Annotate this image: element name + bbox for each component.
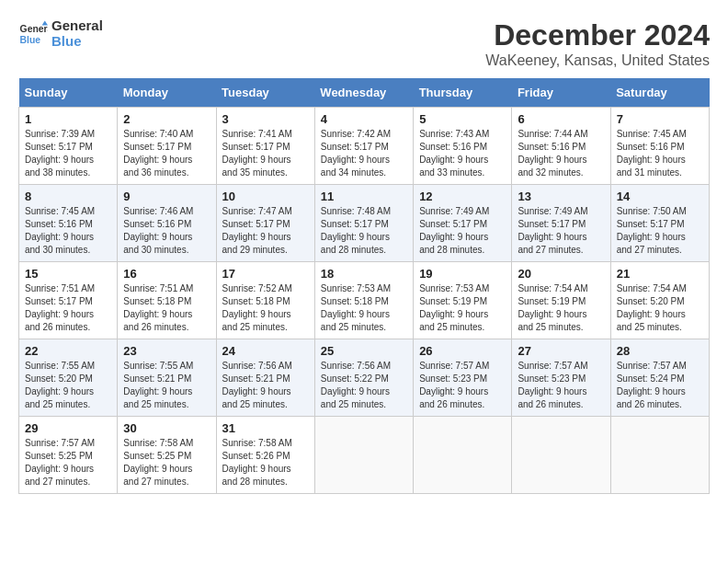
day-number: 15 bbox=[25, 267, 111, 281]
day-info: Sunrise: 7:48 AMSunset: 5:17 PMDaylight:… bbox=[321, 205, 407, 257]
table-row bbox=[512, 417, 610, 494]
table-row: 16 Sunrise: 7:51 AMSunset: 5:18 PMDaylig… bbox=[118, 262, 216, 339]
table-row: 22 Sunrise: 7:55 AMSunset: 5:20 PMDaylig… bbox=[19, 339, 118, 417]
day-number: 14 bbox=[617, 190, 703, 203]
table-row: 27 Sunrise: 7:57 AMSunset: 5:23 PMDaylig… bbox=[512, 339, 610, 417]
day-info: Sunrise: 7:55 AMSunset: 5:20 PMDaylight:… bbox=[25, 360, 111, 411]
table-row: 29 Sunrise: 7:57 AMSunset: 5:25 PMDaylig… bbox=[19, 417, 118, 494]
col-thursday: Thursday bbox=[414, 78, 512, 108]
table-row: 14 Sunrise: 7:50 AMSunset: 5:17 PMDaylig… bbox=[610, 185, 709, 262]
day-number: 24 bbox=[222, 344, 309, 358]
col-saturday: Saturday bbox=[610, 78, 709, 108]
logo-line2: Blue bbox=[51, 34, 103, 50]
day-info: Sunrise: 7:53 AMSunset: 5:18 PMDaylight:… bbox=[321, 282, 407, 334]
day-number: 7 bbox=[617, 112, 703, 126]
svg-text:General: General bbox=[20, 24, 48, 34]
day-number: 5 bbox=[419, 112, 506, 126]
day-number: 28 bbox=[617, 344, 703, 358]
day-info: Sunrise: 7:54 AMSunset: 5:20 PMDaylight:… bbox=[617, 282, 703, 334]
table-row: 11 Sunrise: 7:48 AMSunset: 5:17 PMDaylig… bbox=[314, 185, 413, 262]
day-info: Sunrise: 7:47 AMSunset: 5:17 PMDaylight:… bbox=[222, 205, 309, 257]
table-row: 9 Sunrise: 7:46 AMSunset: 5:16 PMDayligh… bbox=[118, 185, 216, 262]
month-title: December 2024 bbox=[485, 18, 710, 52]
table-row: 17 Sunrise: 7:52 AMSunset: 5:18 PMDaylig… bbox=[216, 262, 314, 339]
day-number: 12 bbox=[419, 190, 506, 203]
day-number: 27 bbox=[518, 344, 604, 358]
day-info: Sunrise: 7:53 AMSunset: 5:19 PMDaylight:… bbox=[419, 282, 506, 334]
day-info: Sunrise: 7:46 AMSunset: 5:16 PMDaylight:… bbox=[123, 205, 210, 257]
col-tuesday: Tuesday bbox=[216, 78, 314, 108]
day-info: Sunrise: 7:51 AMSunset: 5:17 PMDaylight:… bbox=[25, 282, 111, 334]
table-row: 19 Sunrise: 7:53 AMSunset: 5:19 PMDaylig… bbox=[414, 262, 512, 339]
svg-text:Blue: Blue bbox=[20, 34, 41, 44]
logo-line1: General bbox=[51, 18, 103, 34]
day-info: Sunrise: 7:41 AMSunset: 5:17 PMDaylight:… bbox=[222, 128, 309, 179]
table-row: 20 Sunrise: 7:54 AMSunset: 5:19 PMDaylig… bbox=[512, 262, 610, 339]
day-info: Sunrise: 7:49 AMSunset: 5:17 PMDaylight:… bbox=[419, 205, 506, 257]
day-number: 17 bbox=[222, 267, 309, 281]
table-row: 13 Sunrise: 7:49 AMSunset: 5:17 PMDaylig… bbox=[512, 185, 610, 262]
day-number: 30 bbox=[123, 421, 210, 435]
table-row: 8 Sunrise: 7:45 AMSunset: 5:16 PMDayligh… bbox=[19, 185, 118, 262]
day-info: Sunrise: 7:56 AMSunset: 5:21 PMDaylight:… bbox=[222, 360, 309, 411]
day-info: Sunrise: 7:40 AMSunset: 5:17 PMDaylight:… bbox=[123, 128, 210, 179]
table-row: 6 Sunrise: 7:44 AMSunset: 5:16 PMDayligh… bbox=[512, 108, 610, 185]
table-row: 1 Sunrise: 7:39 AMSunset: 5:17 PMDayligh… bbox=[19, 108, 118, 185]
day-number: 31 bbox=[222, 421, 309, 435]
day-number: 16 bbox=[123, 267, 210, 281]
day-number: 25 bbox=[321, 344, 407, 358]
calendar-table: Sunday Monday Tuesday Wednesday Thursday… bbox=[18, 78, 710, 494]
day-info: Sunrise: 7:45 AMSunset: 5:16 PMDaylight:… bbox=[617, 128, 703, 179]
location-subtitle: WaKeeney, Kansas, United States bbox=[485, 52, 710, 69]
table-row: 4 Sunrise: 7:42 AMSunset: 5:17 PMDayligh… bbox=[314, 108, 413, 185]
day-number: 26 bbox=[419, 344, 506, 358]
table-row bbox=[414, 417, 512, 494]
day-info: Sunrise: 7:49 AMSunset: 5:17 PMDaylight:… bbox=[518, 205, 604, 257]
table-row: 30 Sunrise: 7:58 AMSunset: 5:25 PMDaylig… bbox=[118, 417, 216, 494]
table-row: 2 Sunrise: 7:40 AMSunset: 5:17 PMDayligh… bbox=[118, 108, 216, 185]
page-header: General Blue General Blue December 2024 … bbox=[18, 18, 710, 69]
day-number: 1 bbox=[25, 112, 111, 126]
day-info: Sunrise: 7:52 AMSunset: 5:18 PMDaylight:… bbox=[222, 282, 309, 334]
col-monday: Monday bbox=[118, 78, 216, 108]
table-row: 24 Sunrise: 7:56 AMSunset: 5:21 PMDaylig… bbox=[216, 339, 314, 417]
col-friday: Friday bbox=[512, 78, 610, 108]
day-info: Sunrise: 7:42 AMSunset: 5:17 PMDaylight:… bbox=[321, 128, 407, 179]
day-number: 19 bbox=[419, 267, 506, 281]
day-info: Sunrise: 7:58 AMSunset: 5:26 PMDaylight:… bbox=[222, 437, 309, 488]
table-row: 7 Sunrise: 7:45 AMSunset: 5:16 PMDayligh… bbox=[610, 108, 709, 185]
col-wednesday: Wednesday bbox=[314, 78, 413, 108]
day-number: 18 bbox=[321, 267, 407, 281]
table-row: 5 Sunrise: 7:43 AMSunset: 5:16 PMDayligh… bbox=[414, 108, 512, 185]
day-number: 13 bbox=[518, 190, 604, 203]
table-row: 18 Sunrise: 7:53 AMSunset: 5:18 PMDaylig… bbox=[314, 262, 413, 339]
day-number: 3 bbox=[222, 112, 309, 126]
day-number: 6 bbox=[518, 112, 604, 126]
day-number: 20 bbox=[518, 267, 604, 281]
table-row: 28 Sunrise: 7:57 AMSunset: 5:24 PMDaylig… bbox=[610, 339, 709, 417]
svg-marker-2 bbox=[42, 20, 48, 25]
table-row: 23 Sunrise: 7:55 AMSunset: 5:21 PMDaylig… bbox=[118, 339, 216, 417]
day-number: 29 bbox=[25, 421, 111, 435]
table-row bbox=[610, 417, 709, 494]
table-row: 3 Sunrise: 7:41 AMSunset: 5:17 PMDayligh… bbox=[216, 108, 314, 185]
table-row: 26 Sunrise: 7:57 AMSunset: 5:23 PMDaylig… bbox=[414, 339, 512, 417]
day-info: Sunrise: 7:54 AMSunset: 5:19 PMDaylight:… bbox=[518, 282, 604, 334]
day-info: Sunrise: 7:43 AMSunset: 5:16 PMDaylight:… bbox=[419, 128, 506, 179]
day-number: 10 bbox=[222, 190, 309, 203]
day-number: 23 bbox=[123, 344, 210, 358]
day-info: Sunrise: 7:58 AMSunset: 5:25 PMDaylight:… bbox=[123, 437, 210, 488]
day-info: Sunrise: 7:51 AMSunset: 5:18 PMDaylight:… bbox=[123, 282, 210, 334]
calendar-header: Sunday Monday Tuesday Wednesday Thursday… bbox=[19, 78, 710, 108]
day-info: Sunrise: 7:57 AMSunset: 5:24 PMDaylight:… bbox=[617, 360, 703, 411]
logo-icon: General Blue bbox=[18, 19, 48, 49]
table-row: 10 Sunrise: 7:47 AMSunset: 5:17 PMDaylig… bbox=[216, 185, 314, 262]
table-row: 31 Sunrise: 7:58 AMSunset: 5:26 PMDaylig… bbox=[216, 417, 314, 494]
table-row: 15 Sunrise: 7:51 AMSunset: 5:17 PMDaylig… bbox=[19, 262, 118, 339]
table-row: 25 Sunrise: 7:56 AMSunset: 5:22 PMDaylig… bbox=[314, 339, 413, 417]
day-number: 8 bbox=[25, 190, 111, 203]
day-info: Sunrise: 7:55 AMSunset: 5:21 PMDaylight:… bbox=[123, 360, 210, 411]
day-info: Sunrise: 7:50 AMSunset: 5:17 PMDaylight:… bbox=[617, 205, 703, 257]
day-info: Sunrise: 7:45 AMSunset: 5:16 PMDaylight:… bbox=[25, 205, 111, 257]
col-sunday: Sunday bbox=[19, 78, 118, 108]
